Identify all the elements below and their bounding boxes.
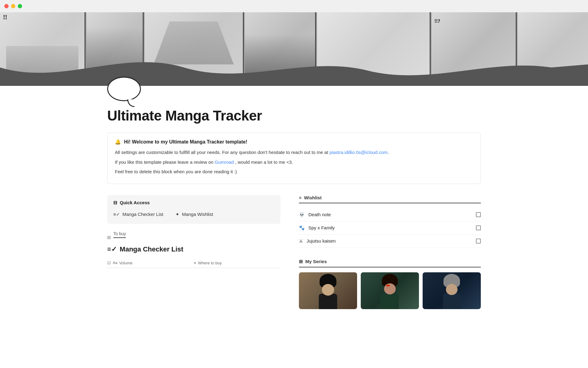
sparkle-icon: ✦ (175, 212, 179, 217)
text-cols-icon: ≡ (194, 261, 196, 265)
spy-family-checkbox[interactable] (476, 225, 481, 230)
series-card-unknown[interactable] (423, 272, 481, 309)
right-column: ≡ Wishlist 💀 Death note 🐾 Spy x Family (299, 195, 481, 320)
close-button[interactable] (4, 4, 9, 8)
main-content: Ultimate Manga Tracker 🔔 Hi! Welcome to … (83, 77, 505, 320)
checklist-icon-2: ≡✓ (107, 245, 117, 253)
welcome-line1: All settings are customizable to fullfil… (115, 148, 473, 156)
manga-wishlist-link[interactable]: ✦ Manga Wishlist (175, 210, 213, 219)
two-column-layout: ⊟ Quick Access ≡✓ Manga Checker List ✦ M… (107, 195, 481, 320)
page-icon (107, 77, 481, 101)
to-buy-label: To buy (113, 231, 126, 238)
quick-access-box: ⊟ Quick Access ≡✓ Manga Checker List ✦ M… (107, 195, 281, 224)
page-title: Ultimate Manga Tracker (107, 107, 481, 124)
quick-access-header: ⊟ Quick Access (113, 200, 274, 205)
welcome-line3: Feel free to delete this block when you … (115, 168, 473, 176)
wishlist-section: ≡ Wishlist 💀 Death note 🐾 Spy x Family (299, 195, 481, 248)
manga-checker-list-link[interactable]: ≡✓ Manga Checker List (113, 210, 163, 219)
quick-access-links: ≡✓ Manga Checker List ✦ Manga Wishlist (113, 210, 274, 219)
checklist-icon: ≡✓ (113, 212, 120, 217)
grid-icon: ⊟ (113, 200, 117, 205)
my-series-header: ⊞ My Series (299, 259, 481, 267)
welcome-title: Hi! Welcome to my Ultimate Manga Tracker… (124, 139, 247, 145)
welcome-line2: If you like this template please leave a… (115, 158, 473, 166)
welcome-header: 🔔 Hi! Welcome to my Ultimate Manga Track… (115, 139, 473, 145)
list-icon: ≡ (299, 195, 302, 200)
to-buy-section-label: ⊟ To buy (107, 231, 281, 243)
volume-column-header: ☑ Aa Volume (107, 261, 194, 265)
gumroad-link[interactable]: Gumroad (215, 159, 234, 165)
bell-icon: 🔔 (115, 139, 121, 145)
aa-icon: Aa (113, 261, 117, 265)
grid-series-icon: ⊞ (299, 259, 303, 264)
quick-access-label: Quick Access (120, 200, 150, 205)
jujutsu-checkbox[interactable] (476, 239, 481, 243)
title-bar (0, 0, 588, 12)
wishlist-item-death-note[interactable]: 💀 Death note (299, 208, 481, 221)
series-card-death-note[interactable] (299, 272, 357, 309)
maximize-button[interactable] (18, 4, 22, 8)
hero-banner: !! POUNDCANNON !!? (0, 12, 588, 86)
speech-bubble-icon (107, 77, 141, 101)
manga-checker-list-title: ≡✓ Manga Checker List (107, 245, 281, 253)
series-cards-container (299, 272, 481, 309)
manga-background: !! POUNDCANNON !!? (0, 12, 588, 86)
checkbox-icon: ☑ (107, 261, 111, 265)
my-series-section: ⊞ My Series (299, 259, 481, 309)
left-column: ⊟ Quick Access ≡✓ Manga Checker List ✦ M… (107, 195, 281, 320)
paw-icon: 🐾 (299, 225, 305, 231)
sword-icon: ⚔ (299, 238, 303, 244)
skull-icon: 💀 (299, 212, 305, 217)
email-link[interactable]: piastra.idillio.0s@icloud.com (330, 150, 387, 155)
welcome-block: 🔔 Hi! Welcome to my Ultimate Manga Track… (107, 132, 481, 184)
wishlist-item-spy-family[interactable]: 🐾 Spy x Family (299, 221, 481, 235)
minimize-button[interactable] (11, 4, 15, 8)
table-icon: ⊟ (107, 235, 111, 240)
series-card-kimetsu[interactable] (361, 272, 419, 309)
where-to-buy-column-header: ≡ Where to buy (194, 261, 281, 265)
death-note-checkbox[interactable] (476, 212, 481, 217)
wishlist-item-jujutsu[interactable]: ⚔ Jujutsu kaisen (299, 235, 481, 248)
wishlist-header: ≡ Wishlist (299, 195, 481, 203)
table-header-row: ☑ Aa Volume ≡ Where to buy (107, 258, 281, 268)
